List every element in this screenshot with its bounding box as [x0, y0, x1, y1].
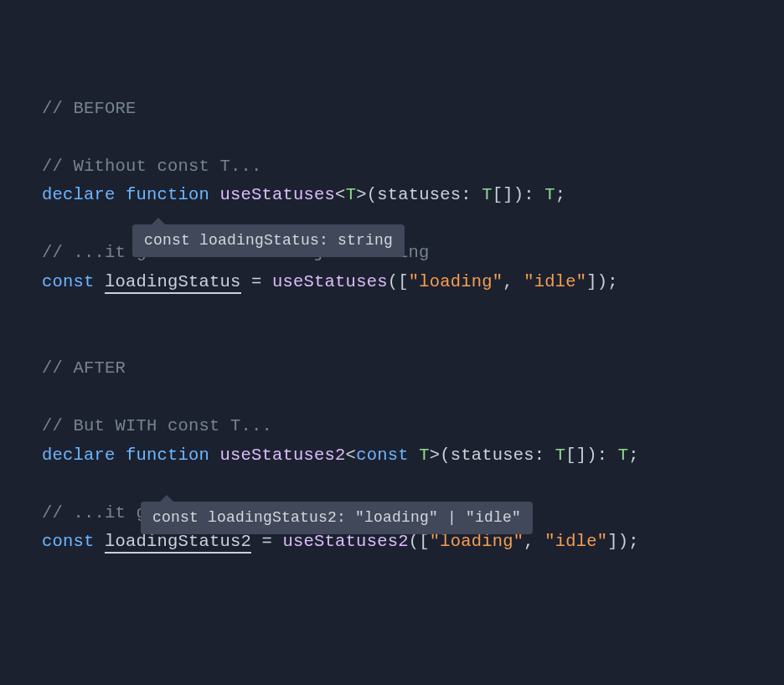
- code-editor: // BEFORE // Without const T... declare …: [0, 0, 784, 685]
- string-loading-2: "loading": [430, 532, 524, 551]
- comment-before: // BEFORE: [42, 99, 137, 118]
- type-tooltip-1: const loadingStatus: string: [132, 224, 405, 257]
- comment-with-const: // But WITH const T...: [42, 416, 272, 435]
- keyword-const-type: const: [356, 446, 409, 465]
- keyword-const-1: const: [42, 272, 95, 291]
- function-name-1: useStatuses: [220, 185, 336, 204]
- type-tooltip-2: const loadingStatus2: "loading" | "idle": [141, 502, 533, 534]
- variable-loading-status-2[interactable]: loadingStatus2: [105, 532, 251, 554]
- keyword-declare: declare: [42, 185, 116, 204]
- string-idle-1: "idle": [524, 272, 586, 291]
- function-name-2: useStatuses2: [220, 446, 346, 465]
- string-loading-1: "loading": [409, 272, 503, 291]
- keyword-function: function: [126, 185, 209, 204]
- type-param-t: T: [346, 185, 357, 204]
- call-use-statuses-2: useStatuses2: [283, 532, 409, 551]
- comment-after: // AFTER: [42, 358, 126, 378]
- param-statuses: statuses: [377, 185, 461, 204]
- string-idle-2: "idle": [544, 532, 607, 551]
- comment-without: // Without const T...: [42, 157, 262, 176]
- variable-loading-status[interactable]: loadingStatus: [105, 272, 241, 294]
- call-use-statuses: useStatuses: [272, 272, 388, 291]
